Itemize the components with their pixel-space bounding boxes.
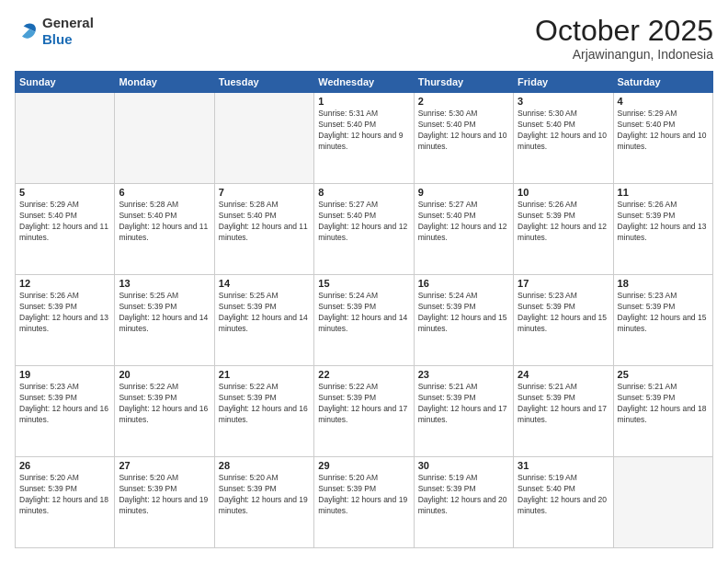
month-title: October 2025 xyxy=(535,15,713,47)
weekday-header-saturday: Saturday xyxy=(613,72,712,93)
day-number: 17 xyxy=(518,278,609,289)
calendar-cell: 16Sunrise: 5:24 AMSunset: 5:39 PMDayligh… xyxy=(414,275,513,366)
calendar-cell: 20Sunrise: 5:22 AMSunset: 5:39 PMDayligh… xyxy=(115,366,214,457)
weekday-header-friday: Friday xyxy=(514,72,613,93)
calendar-cell: 28Sunrise: 5:20 AMSunset: 5:39 PMDayligh… xyxy=(214,457,313,548)
day-number: 7 xyxy=(219,187,310,198)
cell-info: Sunrise: 5:20 AMSunset: 5:39 PMDaylight:… xyxy=(219,473,310,517)
cell-info: Sunrise: 5:20 AMSunset: 5:39 PMDaylight:… xyxy=(19,473,110,517)
cell-info: Sunrise: 5:24 AMSunset: 5:39 PMDaylight:… xyxy=(318,291,409,335)
cell-info: Sunrise: 5:25 AMSunset: 5:39 PMDaylight:… xyxy=(219,291,310,335)
calendar-cell xyxy=(613,457,712,548)
cell-info: Sunrise: 5:21 AMSunset: 5:39 PMDaylight:… xyxy=(518,382,609,426)
day-number: 3 xyxy=(518,96,609,107)
calendar-cell: 7Sunrise: 5:28 AMSunset: 5:40 PMDaylight… xyxy=(214,184,313,275)
location-subtitle: Arjawinangun, Indonesia xyxy=(535,47,713,62)
calendar-cell: 10Sunrise: 5:26 AMSunset: 5:39 PMDayligh… xyxy=(514,184,613,275)
cell-info: Sunrise: 5:22 AMSunset: 5:39 PMDaylight:… xyxy=(318,382,409,426)
calendar-cell: 25Sunrise: 5:21 AMSunset: 5:39 PMDayligh… xyxy=(613,366,712,457)
cell-info: Sunrise: 5:22 AMSunset: 5:39 PMDaylight:… xyxy=(119,382,210,426)
weekday-header-row: SundayMondayTuesdayWednesdayThursdayFrid… xyxy=(16,72,713,93)
day-number: 27 xyxy=(119,460,210,471)
calendar-cell: 6Sunrise: 5:28 AMSunset: 5:40 PMDaylight… xyxy=(115,184,214,275)
weekday-header-thursday: Thursday xyxy=(414,72,513,93)
calendar-cell: 24Sunrise: 5:21 AMSunset: 5:39 PMDayligh… xyxy=(514,366,613,457)
calendar-cell: 27Sunrise: 5:20 AMSunset: 5:39 PMDayligh… xyxy=(115,457,214,548)
cell-info: Sunrise: 5:29 AMSunset: 5:40 PMDaylight:… xyxy=(618,109,709,153)
calendar-cell: 2Sunrise: 5:30 AMSunset: 5:40 PMDaylight… xyxy=(414,93,513,184)
cell-info: Sunrise: 5:29 AMSunset: 5:40 PMDaylight:… xyxy=(19,200,110,244)
day-number: 28 xyxy=(219,460,310,471)
cell-info: Sunrise: 5:21 AMSunset: 5:39 PMDaylight:… xyxy=(618,382,709,426)
calendar-cell: 17Sunrise: 5:23 AMSunset: 5:39 PMDayligh… xyxy=(514,275,613,366)
calendar-cell: 8Sunrise: 5:27 AMSunset: 5:40 PMDaylight… xyxy=(314,184,414,275)
weekday-header-wednesday: Wednesday xyxy=(314,72,414,93)
calendar-cell: 18Sunrise: 5:23 AMSunset: 5:39 PMDayligh… xyxy=(613,275,712,366)
day-number: 23 xyxy=(418,369,509,380)
day-number: 5 xyxy=(19,187,110,198)
cell-info: Sunrise: 5:19 AMSunset: 5:40 PMDaylight:… xyxy=(518,473,609,517)
day-number: 29 xyxy=(318,460,409,471)
cell-info: Sunrise: 5:27 AMSunset: 5:40 PMDaylight:… xyxy=(418,200,509,244)
calendar-cell: 21Sunrise: 5:22 AMSunset: 5:39 PMDayligh… xyxy=(214,366,313,457)
day-number: 31 xyxy=(518,460,609,471)
weekday-header-tuesday: Tuesday xyxy=(214,72,313,93)
calendar-cell: 29Sunrise: 5:20 AMSunset: 5:39 PMDayligh… xyxy=(314,457,414,548)
day-number: 6 xyxy=(119,187,210,198)
day-number: 14 xyxy=(219,278,310,289)
week-row-2: 5Sunrise: 5:29 AMSunset: 5:40 PMDaylight… xyxy=(16,184,713,275)
day-number: 16 xyxy=(418,278,509,289)
calendar-cell: 22Sunrise: 5:22 AMSunset: 5:39 PMDayligh… xyxy=(314,366,414,457)
day-number: 12 xyxy=(19,278,110,289)
calendar-cell: 1Sunrise: 5:31 AMSunset: 5:40 PMDaylight… xyxy=(314,93,414,184)
cell-info: Sunrise: 5:27 AMSunset: 5:40 PMDaylight:… xyxy=(318,200,409,244)
cell-info: Sunrise: 5:19 AMSunset: 5:39 PMDaylight:… xyxy=(418,473,509,517)
logo-text: General Blue xyxy=(42,15,94,48)
logo-general: General xyxy=(42,15,94,30)
day-number: 30 xyxy=(418,460,509,471)
cell-info: Sunrise: 5:25 AMSunset: 5:39 PMDaylight:… xyxy=(119,291,210,335)
cell-info: Sunrise: 5:26 AMSunset: 5:39 PMDaylight:… xyxy=(518,200,609,244)
day-number: 8 xyxy=(318,187,409,198)
day-number: 25 xyxy=(618,369,709,380)
calendar-cell xyxy=(214,93,313,184)
day-number: 9 xyxy=(418,187,509,198)
cell-info: Sunrise: 5:21 AMSunset: 5:39 PMDaylight:… xyxy=(418,382,509,426)
cell-info: Sunrise: 5:28 AMSunset: 5:40 PMDaylight:… xyxy=(219,200,310,244)
calendar-cell: 13Sunrise: 5:25 AMSunset: 5:39 PMDayligh… xyxy=(115,275,214,366)
title-block: October 2025 Arjawinangun, Indonesia xyxy=(535,15,713,62)
header: General Blue October 2025 Arjawinangun, … xyxy=(15,15,713,62)
calendar-cell xyxy=(16,93,115,184)
calendar-cell: 5Sunrise: 5:29 AMSunset: 5:40 PMDaylight… xyxy=(16,184,115,275)
cell-info: Sunrise: 5:30 AMSunset: 5:40 PMDaylight:… xyxy=(418,109,509,153)
cell-info: Sunrise: 5:22 AMSunset: 5:39 PMDaylight:… xyxy=(219,382,310,426)
page: General Blue October 2025 Arjawinangun, … xyxy=(0,0,728,563)
cell-info: Sunrise: 5:26 AMSunset: 5:39 PMDaylight:… xyxy=(618,200,709,244)
day-number: 21 xyxy=(219,369,310,380)
calendar-cell: 4Sunrise: 5:29 AMSunset: 5:40 PMDaylight… xyxy=(613,93,712,184)
calendar-cell: 31Sunrise: 5:19 AMSunset: 5:40 PMDayligh… xyxy=(514,457,613,548)
calendar-table: SundayMondayTuesdayWednesdayThursdayFrid… xyxy=(15,71,713,548)
calendar-cell: 11Sunrise: 5:26 AMSunset: 5:39 PMDayligh… xyxy=(613,184,712,275)
calendar-cell: 12Sunrise: 5:26 AMSunset: 5:39 PMDayligh… xyxy=(16,275,115,366)
cell-info: Sunrise: 5:23 AMSunset: 5:39 PMDaylight:… xyxy=(19,382,110,426)
calendar-cell: 15Sunrise: 5:24 AMSunset: 5:39 PMDayligh… xyxy=(314,275,414,366)
day-number: 4 xyxy=(618,96,709,107)
day-number: 22 xyxy=(318,369,409,380)
calendar-cell: 19Sunrise: 5:23 AMSunset: 5:39 PMDayligh… xyxy=(16,366,115,457)
cell-info: Sunrise: 5:23 AMSunset: 5:39 PMDaylight:… xyxy=(618,291,709,335)
week-row-4: 19Sunrise: 5:23 AMSunset: 5:39 PMDayligh… xyxy=(16,366,713,457)
cell-info: Sunrise: 5:28 AMSunset: 5:40 PMDaylight:… xyxy=(119,200,210,244)
day-number: 26 xyxy=(19,460,110,471)
week-row-5: 26Sunrise: 5:20 AMSunset: 5:39 PMDayligh… xyxy=(16,457,713,548)
cell-info: Sunrise: 5:23 AMSunset: 5:39 PMDaylight:… xyxy=(518,291,609,335)
cell-info: Sunrise: 5:20 AMSunset: 5:39 PMDaylight:… xyxy=(119,473,210,517)
day-number: 2 xyxy=(418,96,509,107)
logo-icon xyxy=(15,20,37,42)
weekday-header-sunday: Sunday xyxy=(16,72,115,93)
day-number: 11 xyxy=(618,187,709,198)
week-row-1: 1Sunrise: 5:31 AMSunset: 5:40 PMDaylight… xyxy=(16,93,713,184)
week-row-3: 12Sunrise: 5:26 AMSunset: 5:39 PMDayligh… xyxy=(16,275,713,366)
day-number: 1 xyxy=(318,96,409,107)
calendar-cell: 9Sunrise: 5:27 AMSunset: 5:40 PMDaylight… xyxy=(414,184,513,275)
